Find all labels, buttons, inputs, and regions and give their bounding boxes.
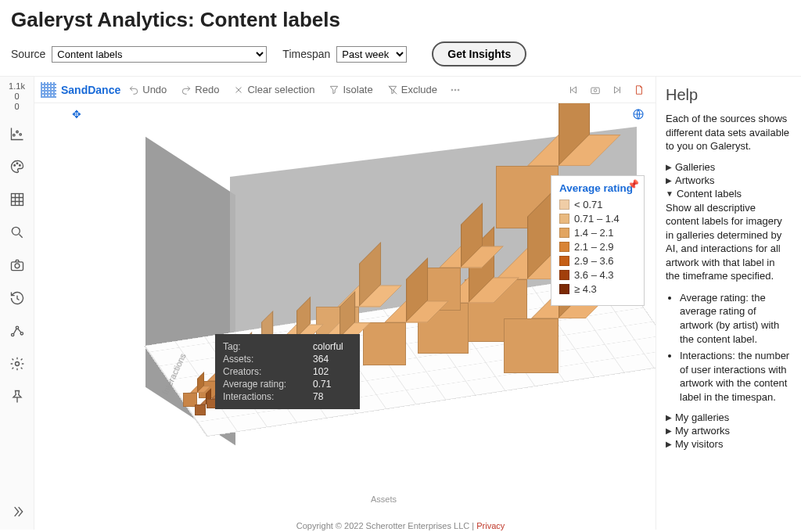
legend-pin-icon[interactable]: 📌: [627, 179, 639, 190]
visualization-area[interactable]: ✥ Assets Interactions Tag:colorfulAssets…: [34, 103, 656, 530]
help-panel: Help Each of the sources shows different…: [656, 77, 801, 530]
legend-row[interactable]: 1.4 – 2.1: [559, 227, 636, 239]
tree-item[interactable]: ▶My galleries: [666, 412, 792, 423]
tree-item[interactable]: ▶My artworks: [666, 425, 792, 437]
help-title: Help: [666, 86, 792, 104]
help-bullet: Average rating: the average rating of ar…: [680, 291, 792, 346]
legend-row[interactable]: 2.1 – 2.9: [559, 241, 636, 253]
color-legend[interactable]: 📌 Average rating < 0.710.71 – 1.41.4 – 2…: [551, 175, 645, 306]
help-intro: Each of the sources shows different data…: [666, 112, 792, 153]
x-axis-label: Assets: [371, 494, 397, 504]
skip-forward-icon[interactable]: [607, 81, 627, 99]
svg-point-15: [454, 89, 456, 91]
legend-row[interactable]: < 0.71: [559, 199, 636, 210]
tree-item[interactable]: ▶Artworks: [666, 174, 792, 186]
svg-point-18: [594, 88, 597, 92]
snapshot-icon[interactable]: [585, 81, 605, 99]
grid-icon[interactable]: [5, 188, 29, 211]
svg-point-5: [19, 164, 20, 166]
legend-title: Average rating: [559, 182, 636, 194]
svg-point-7: [12, 227, 20, 235]
gear-icon[interactable]: [5, 352, 29, 376]
legend-row[interactable]: 2.9 – 3.6: [559, 255, 636, 267]
graph-icon[interactable]: [5, 319, 29, 343]
svg-point-3: [13, 164, 15, 166]
svg-point-1: [16, 131, 18, 133]
camera-icon[interactable]: [5, 253, 29, 277]
exclude-button[interactable]: Exclude: [381, 81, 444, 99]
palette-icon[interactable]: [5, 155, 29, 178]
datapoint-tooltip: Tag:colorfulAssets:364Creators:102Averag…: [215, 334, 360, 409]
pin-icon[interactable]: [5, 385, 29, 408]
svg-point-16: [458, 89, 459, 91]
legend-row[interactable]: 3.6 – 4.3: [559, 269, 636, 281]
clear-selection-button[interactable]: Clear selection: [227, 81, 321, 99]
new-page-icon[interactable]: [629, 81, 649, 99]
page-title: Galeryst Analytics: Content labels: [11, 8, 790, 32]
footer: Copyright © 2022 Scherotter Enterprises …: [0, 521, 801, 530]
left-rail: 1.1k 0 0: [0, 77, 34, 530]
undo-button[interactable]: Undo: [122, 81, 173, 99]
sanddance-brand[interactable]: SandDance: [41, 82, 120, 98]
legend-row[interactable]: ≥ 4.3: [559, 283, 636, 295]
get-insights-button[interactable]: Get Insights: [432, 41, 526, 66]
svg-point-13: [15, 361, 19, 365]
svg-point-9: [15, 263, 20, 268]
timespan-select[interactable]: Past week: [336, 46, 407, 63]
content-labels-desc: Show all descriptive content labels for …: [666, 201, 792, 283]
timespan-label: Timespan: [282, 48, 330, 60]
svg-rect-17: [591, 88, 600, 94]
help-bullet: Interactions: the number of user interac…: [680, 349, 792, 404]
isolate-button[interactable]: Isolate: [322, 81, 379, 99]
legend-row[interactable]: 0.71 – 1.4: [559, 213, 636, 225]
privacy-link[interactable]: Privacy: [476, 521, 505, 530]
more-icon[interactable]: [445, 81, 465, 99]
chart-scatter-icon[interactable]: [5, 122, 29, 146]
sanddance-logo-icon: [41, 82, 56, 98]
svg-point-14: [451, 89, 453, 91]
search-icon[interactable]: [5, 221, 29, 244]
source-select[interactable]: Content labels: [52, 46, 267, 63]
tree-item[interactable]: ▶My visitors: [666, 438, 792, 450]
scale-readout: 1.1k 0 0: [9, 81, 25, 113]
svg-point-10: [11, 333, 13, 336]
svg-point-4: [16, 163, 18, 164]
history-icon[interactable]: [5, 286, 29, 310]
svg-rect-6: [11, 193, 23, 205]
sanddance-toolbar: SandDance Undo Redo Clear selection Isol…: [34, 77, 656, 103]
skip-back-icon[interactable]: [563, 81, 584, 99]
source-label: Source: [11, 48, 45, 60]
tree-item[interactable]: ▶Galleries: [666, 161, 792, 173]
expand-icon[interactable]: [5, 500, 29, 523]
redo-button[interactable]: Redo: [174, 81, 225, 99]
tree-item[interactable]: ▼Content labels: [666, 188, 792, 200]
svg-point-0: [13, 134, 15, 136]
svg-point-2: [19, 133, 21, 135]
